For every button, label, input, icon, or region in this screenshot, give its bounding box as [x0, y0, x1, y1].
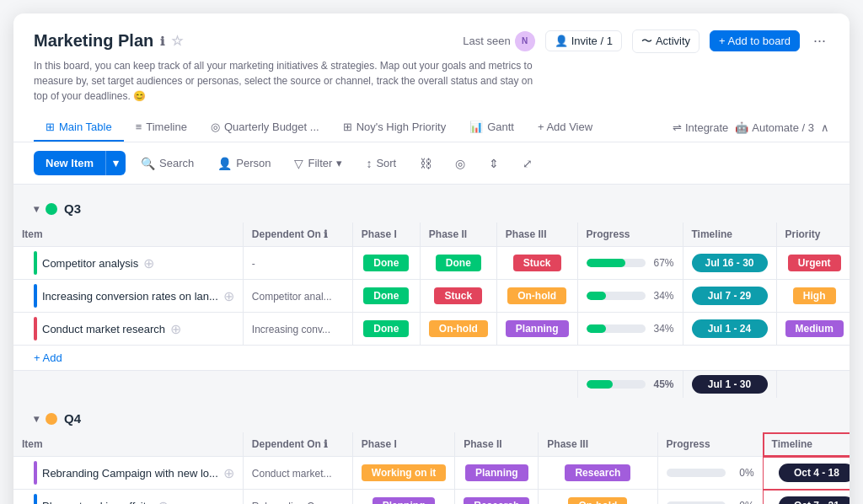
- q3-chevron[interactable]: ▾: [34, 203, 39, 215]
- tab-noys-priority[interactable]: ⊞ Noy's High Priority: [331, 114, 458, 142]
- add-to-board-button[interactable]: + Add to board: [710, 30, 800, 51]
- filter-arrow: ▾: [336, 157, 342, 169]
- q4-header-row: Item Dependent On ℹ Phase I Phase II Pha…: [13, 432, 850, 457]
- q4-row1-pct: 0%: [731, 467, 754, 479]
- eye-button[interactable]: ◎: [447, 152, 474, 175]
- add-subitem-button[interactable]: ⊕: [143, 255, 154, 271]
- tab-main-table-label: Main Table: [59, 121, 112, 133]
- q4-row2-item: Plan networking offsite ⊕: [13, 490, 243, 505]
- sort-button[interactable]: ↕ Sort: [357, 152, 405, 175]
- q3-summary-rest: [776, 371, 850, 399]
- q4-row2-dep: Rebranding Ca...: [243, 490, 352, 505]
- link-button[interactable]: ⛓: [411, 152, 440, 175]
- integrate-button[interactable]: ⇌ Integrate: [673, 121, 728, 134]
- invite-icon: 👤: [555, 35, 568, 47]
- tab-quarterly-budget[interactable]: ◎ Quarterly Budget ...: [199, 114, 331, 142]
- search-icon: 🔍: [141, 157, 155, 170]
- q4-label: Q4: [64, 411, 81, 426]
- q3-dot: [46, 203, 57, 215]
- q3-add-row[interactable]: + Add: [13, 346, 850, 371]
- last-seen-label: Last seen: [463, 35, 510, 47]
- new-item-arrow[interactable]: ▾: [105, 151, 126, 175]
- row-height-icon: ⇕: [489, 157, 499, 170]
- q4-row2-phase2: Research: [455, 490, 539, 505]
- activity-button[interactable]: 〜 Activity: [632, 29, 700, 53]
- invite-button[interactable]: 👤 Invite / 1: [545, 30, 622, 51]
- q3-row1-pct: 67%: [651, 257, 674, 269]
- toolbar: New Item ▾ 🔍 Search 👤 Person ▽ Filter ▾ …: [13, 142, 850, 185]
- q4-col-phase3: Phase III: [539, 432, 657, 457]
- q3-row2-phase1: Done: [352, 280, 420, 313]
- q4-row1-item: Rebranding Campaign with new lo... ⊕: [13, 457, 243, 490]
- expand-button[interactable]: ⤢: [514, 152, 541, 175]
- col-dependent-on: Dependent On ℹ: [243, 223, 352, 247]
- tab-main-table[interactable]: ⊞ Main Table: [34, 114, 124, 142]
- collapse-button[interactable]: ∧: [821, 121, 829, 134]
- q4-row2-progress: 0%: [657, 490, 763, 505]
- expand-icon: ⤢: [523, 157, 533, 170]
- tabs-right: ⇌ Integrate 🤖 Automate / 3 ∧: [673, 121, 829, 134]
- q3-row1-progress: 67%: [577, 247, 683, 280]
- q3-summary-empty: [13, 371, 577, 399]
- col-phase2: Phase II: [420, 223, 496, 247]
- automate-button[interactable]: 🤖 Automate / 3: [735, 121, 814, 134]
- star-icon[interactable]: ☆: [171, 33, 183, 49]
- q4-col-phase1: Phase I: [352, 432, 454, 457]
- q4-col-dependent-on: Dependent On ℹ: [243, 432, 352, 457]
- person-icon: 👤: [217, 157, 232, 170]
- link-icon: ⛓: [420, 157, 432, 170]
- search-button[interactable]: 🔍 Search: [132, 152, 202, 175]
- noys-icon: ⊞: [343, 121, 352, 133]
- item-color-bar: [34, 461, 37, 485]
- q3-table: Item Dependent On ℹ Phase I Phase II Pha…: [13, 223, 850, 398]
- tab-add-view-label: + Add View: [538, 121, 592, 133]
- tab-noys-label: Noy's High Priority: [356, 121, 447, 133]
- person-button[interactable]: 👤 Person: [209, 152, 279, 175]
- info-icon[interactable]: ℹ: [160, 35, 164, 48]
- integrate-label: Integrate: [685, 121, 728, 134]
- tab-gantt[interactable]: 📊 Gantt: [458, 114, 526, 142]
- tab-gantt-label: Gantt: [487, 121, 514, 133]
- item-color-bar: [34, 317, 37, 340]
- filter-icon: ▽: [294, 157, 303, 170]
- q3-row1-item-name: Competitor analysis: [42, 257, 138, 270]
- sort-icon: ↕: [366, 157, 372, 170]
- tab-timeline[interactable]: ≡ Timeline: [124, 114, 199, 142]
- add-subitem-button[interactable]: ⊕: [223, 288, 234, 304]
- board-title-row: Marketing Plan ℹ ☆ Last seen N 👤 Invite …: [34, 29, 829, 53]
- add-subitem-button[interactable]: ⊕: [170, 321, 181, 337]
- new-item-button[interactable]: New Item ▾: [34, 151, 126, 175]
- col-timeline-q3: Timeline: [683, 223, 776, 247]
- q3-row2-progress: 34%: [577, 280, 683, 313]
- more-options-button[interactable]: ···: [810, 29, 829, 53]
- q3-summary-pct: 45%: [651, 378, 674, 390]
- quarterly-icon: ◎: [211, 121, 220, 133]
- group-q4: ▾ Q4 Item Dependent On ℹ Phase I Phase I…: [13, 405, 850, 504]
- q3-add-label[interactable]: + Add: [13, 346, 850, 371]
- filter-label: Filter: [308, 157, 332, 169]
- board-description: In this board, you can keep track of all…: [34, 58, 539, 104]
- q3-row1-phase3: Stuck: [496, 247, 577, 280]
- q3-row3-pct: 34%: [651, 323, 674, 335]
- q4-dot: [46, 413, 57, 425]
- q3-row1-phase1: Done: [352, 247, 420, 280]
- board-header: Marketing Plan ℹ ☆ Last seen N 👤 Invite …: [13, 13, 850, 142]
- add-subitem-button[interactable]: ⊕: [223, 465, 234, 481]
- q3-row3-progress: 34%: [577, 313, 683, 346]
- q3-row2-phase2: Stuck: [420, 280, 496, 313]
- new-item-label: New Item: [34, 151, 105, 175]
- filter-button[interactable]: ▽ Filter ▾: [286, 152, 351, 175]
- q3-summary-row: 45% Jul 1 - 30: [13, 371, 850, 399]
- col-item: Item: [13, 223, 243, 247]
- add-subitem-button[interactable]: ⊕: [158, 498, 169, 505]
- q4-col-phase2: Phase II: [455, 432, 539, 457]
- search-label: Search: [159, 157, 194, 169]
- item-color-bar: [34, 494, 37, 504]
- group-q3-header: ▾ Q3: [13, 195, 850, 223]
- row-height-button[interactable]: ⇕: [480, 152, 507, 175]
- gantt-icon: 📊: [469, 121, 483, 133]
- table-row: Conduct market research ⊕ Increasing con…: [13, 313, 850, 346]
- q4-chevron[interactable]: ▾: [34, 413, 39, 425]
- person-label: Person: [236, 157, 271, 169]
- tab-add-view[interactable]: + Add View: [526, 114, 604, 142]
